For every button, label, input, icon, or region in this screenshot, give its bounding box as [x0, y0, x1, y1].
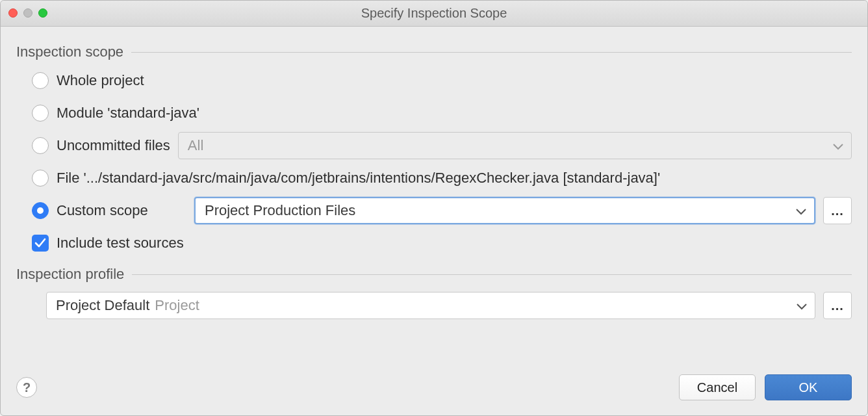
close-window-button[interactable] — [8, 8, 18, 18]
label-include-tests: Include test sources — [57, 235, 184, 252]
radio-uncommitted[interactable] — [32, 137, 49, 154]
chevron-down-icon — [797, 297, 807, 314]
option-include-tests[interactable]: Include test sources — [32, 229, 852, 257]
divider — [131, 52, 852, 53]
radio-custom-scope[interactable] — [32, 202, 49, 219]
dialog-content: Inspection scope Whole project Module 's… — [1, 27, 867, 367]
titlebar: Specify Inspection Scope — [1, 1, 867, 27]
section-inspection-scope: Inspection scope — [16, 44, 852, 60]
option-custom-scope[interactable]: Custom scope Project Production Files ..… — [32, 197, 852, 224]
label-file: File '.../standard-java/src/main/java/co… — [57, 170, 660, 187]
radio-module[interactable] — [32, 105, 49, 122]
profile-more-button[interactable]: ... — [823, 292, 852, 319]
maximize-window-button[interactable] — [38, 8, 47, 18]
help-button[interactable]: ? — [16, 377, 37, 398]
option-uncommitted-files[interactable]: Uncommitted files All — [32, 132, 852, 159]
radio-whole-project[interactable] — [32, 72, 49, 89]
option-file[interactable]: File '.../standard-java/src/main/java/co… — [32, 164, 852, 192]
label-whole-project: Whole project — [57, 72, 144, 89]
label-module: Module 'standard-java' — [57, 105, 199, 122]
divider — [132, 274, 852, 275]
cancel-button[interactable]: Cancel — [679, 374, 756, 400]
dialog-window: Specify Inspection Scope Inspection scop… — [0, 0, 868, 416]
label-uncommitted: Uncommitted files — [57, 137, 170, 154]
select-uncommitted-changelist[interactable]: All — [178, 132, 852, 159]
dialog-footer: ? Cancel OK — [1, 367, 867, 415]
window-title: Specify Inspection Scope — [361, 6, 507, 21]
profile-row: Project Default Project ... — [16, 292, 852, 319]
select-inspection-profile[interactable]: Project Default Project — [46, 292, 815, 319]
chevron-down-icon — [833, 137, 843, 154]
option-module[interactable]: Module 'standard-java' — [32, 99, 852, 127]
minimize-window-button[interactable] — [23, 8, 32, 18]
scope-options: Whole project Module 'standard-java' Unc… — [16, 67, 852, 257]
custom-scope-more-button[interactable]: ... — [823, 197, 852, 224]
section-label: Inspection profile — [16, 266, 124, 283]
chevron-down-icon — [796, 202, 806, 219]
section-inspection-profile: Inspection profile — [16, 266, 852, 283]
window-controls — [8, 8, 47, 18]
section-label: Inspection scope — [16, 44, 123, 60]
select-value: All — [188, 137, 203, 154]
checkbox-include-tests[interactable] — [32, 235, 49, 252]
select-secondary: Project — [155, 297, 199, 314]
radio-file[interactable] — [32, 170, 49, 187]
label-custom-scope: Custom scope — [57, 202, 186, 219]
select-custom-scope[interactable]: Project Production Files — [194, 197, 815, 224]
option-whole-project[interactable]: Whole project — [32, 67, 852, 94]
select-value: Project Production Files — [205, 202, 355, 219]
ok-button[interactable]: OK — [765, 374, 852, 400]
select-value: Project Default — [56, 297, 149, 314]
